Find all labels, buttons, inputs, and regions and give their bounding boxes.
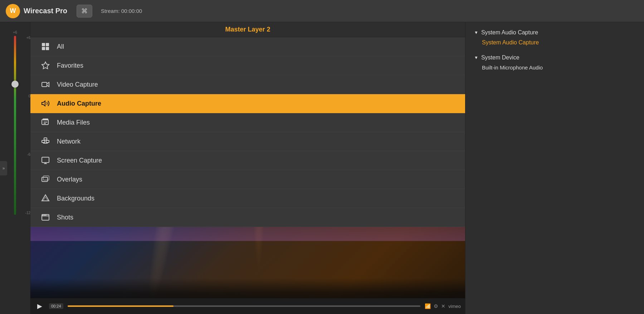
svg-rect-5 <box>42 82 47 87</box>
system-audio-header: ▼ System Audio Capture <box>474 29 635 36</box>
system-device-title: System Device <box>481 54 519 61</box>
menu-label-overlays: Overlays <box>57 176 82 183</box>
triangle-icon-1: ▼ <box>474 30 478 35</box>
wifi-icon: ⌘ <box>81 8 88 15</box>
menu-item-all[interactable]: All <box>30 37 465 56</box>
vimeo-label: vimeo <box>448 304 461 309</box>
menu-label-favorites: Favorites <box>57 62 83 69</box>
system-audio-section: ▼ System Audio Capture System Audio Capt… <box>474 29 635 46</box>
menu-label-shots: Shots <box>57 214 73 221</box>
settings-icon[interactable]: ⚙ <box>434 303 438 309</box>
menu-item-backgrounds[interactable]: Backgrounds <box>30 189 465 208</box>
svg-rect-15 <box>44 138 47 140</box>
time-badge: 00:24 <box>49 303 63 309</box>
volume-scale: +6 0 -6 -12 <box>6 36 24 215</box>
play-button[interactable]: ▶ <box>35 301 45 311</box>
dropdown-panel: Master Layer 2 All <box>30 22 465 227</box>
network-icon <box>40 137 50 146</box>
volume-handle[interactable] <box>11 81 19 88</box>
svg-rect-2 <box>42 47 45 50</box>
vol-tick-2: 0 <box>25 94 30 98</box>
dropdown-header: Master Layer 2 <box>30 22 465 37</box>
svg-rect-13 <box>42 140 45 142</box>
app-title: Wirecast Pro <box>24 7 67 15</box>
main-layout: +6 +6 0 -6 -12 » <box>0 22 644 314</box>
right-panel: ▼ System Audio Capture System Audio Capt… <box>465 22 644 314</box>
svg-rect-0 <box>42 43 45 46</box>
audio-capture-icon <box>40 99 50 108</box>
screen-capture-icon <box>40 156 50 165</box>
menu-item-audio-capture[interactable]: Audio Capture <box>30 94 465 113</box>
progress-fill <box>68 305 174 307</box>
volume-track <box>14 36 16 215</box>
dropdown-title: Master Layer 2 <box>225 26 270 33</box>
menu-label-screen-capture: Screen Capture <box>57 157 102 164</box>
triangle-icon-2: ▼ <box>474 55 478 60</box>
stream-info: Stream: 00:00:00 <box>101 8 142 14</box>
menu-label-media-files: Media Files <box>57 119 90 126</box>
collapse-icon: » <box>3 166 5 171</box>
system-device-name: Built-in Microphone Audio <box>474 64 635 71</box>
star-icon <box>40 61 50 70</box>
wifi-button[interactable]: ⌘ <box>77 5 92 18</box>
svg-marker-4 <box>42 62 49 69</box>
signal-icon: 📶 <box>425 303 431 309</box>
left-sidebar: +6 +6 0 -6 -12 » <box>0 22 30 314</box>
svg-rect-24 <box>43 176 49 180</box>
menu-label-network: Network <box>57 138 80 145</box>
svg-rect-14 <box>46 140 49 142</box>
menu-item-screen-capture[interactable]: Screen Capture <box>30 151 465 170</box>
vol-tick-3: -6 <box>25 153 30 156</box>
system-device-header: ▼ System Device <box>474 54 635 61</box>
preview-area: Master Layer 2 All <box>30 22 465 314</box>
backgrounds-icon <box>40 194 50 203</box>
video-capture-icon <box>40 80 50 89</box>
menu-item-network[interactable]: Network <box>30 132 465 151</box>
svg-rect-1 <box>46 43 49 46</box>
menu-label-video-capture: Video Capture <box>57 81 98 88</box>
collapse-panel-button[interactable]: » <box>0 161 7 175</box>
playback-bar: ▶ 00:24 📶 ⚙ ✕ vimeo <box>30 298 465 314</box>
shots-icon <box>40 213 50 222</box>
menu-item-overlays[interactable]: Overlays <box>30 170 465 189</box>
bar-icons: 📶 ⚙ ✕ vimeo <box>425 303 461 309</box>
top-bar: W Wirecast Pro ⌘ Stream: 00:00:00 <box>0 0 644 22</box>
vol-tick-4: -12 <box>25 211 30 215</box>
grid-icon <box>40 42 50 51</box>
menu-item-video-capture[interactable]: Video Capture <box>30 75 465 94</box>
play-icon: ▶ <box>37 302 42 310</box>
vol-tick-1: +6 <box>25 36 30 40</box>
media-files-icon <box>40 118 50 127</box>
close-stream-icon[interactable]: ✕ <box>441 303 445 309</box>
logo-area: W Wirecast Pro ⌘ <box>6 4 92 18</box>
menu-item-media-files[interactable]: Media Files <box>30 113 465 132</box>
system-audio-title: System Audio Capture <box>481 29 538 36</box>
progress-bar[interactable] <box>68 305 421 307</box>
svg-rect-10 <box>43 119 48 120</box>
menu-label-all: All <box>57 43 64 50</box>
menu-item-shots[interactable]: Shots <box>30 208 465 227</box>
menu-item-favorites[interactable]: Favorites <box>30 56 465 75</box>
app-logo: W <box>6 4 20 18</box>
svg-rect-20 <box>42 157 49 163</box>
overlays-icon <box>40 175 50 184</box>
system-device-section: ▼ System Device Built-in Microphone Audi… <box>474 54 635 71</box>
system-audio-subtitle: System Audio Capture <box>474 39 635 46</box>
svg-rect-3 <box>46 47 49 50</box>
menu-label-backgrounds: Backgrounds <box>57 195 94 202</box>
menu-label-audio-capture: Audio Capture <box>57 100 101 107</box>
volume-area: +6 +6 0 -6 -12 <box>6 25 24 311</box>
svg-marker-8 <box>42 101 45 106</box>
volume-labels: +6 0 -6 -12 <box>25 36 30 215</box>
vol-top-label: +6 <box>13 30 17 34</box>
